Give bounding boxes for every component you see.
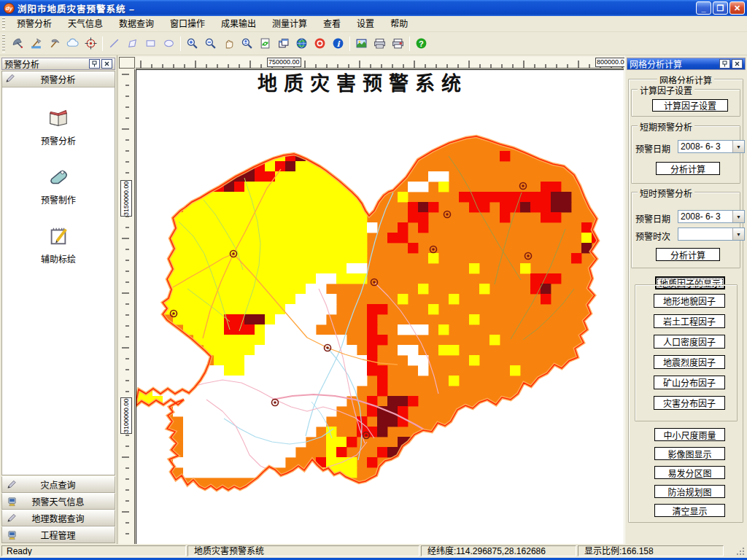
bottom-bar-预警天气信息[interactable]: 预警天气信息 xyxy=(1,493,115,510)
rectangle-toolbar-button[interactable] xyxy=(142,35,160,52)
sidebar-item-辅助标绘[interactable]: 辅助标绘 xyxy=(2,225,115,265)
menu-item-0[interactable]: 预警分析 xyxy=(9,16,60,32)
menu-item-5[interactable]: 测量计算 xyxy=(264,16,315,32)
factor-button-0[interactable]: 地形地貌因子 xyxy=(654,294,725,308)
extra-button-0[interactable]: 中小尺度雨量 xyxy=(654,428,725,441)
h-ruler-label: 750000.00 xyxy=(267,58,301,67)
menu-item-3[interactable]: 窗口操作 xyxy=(162,16,213,32)
status-system-name: 地质灾害预警系统 xyxy=(187,545,419,556)
help-toolbar-button[interactable]: ? xyxy=(412,35,430,52)
line-toolbar-button[interactable] xyxy=(105,35,123,52)
bottom-bar-label: 灾点查询 xyxy=(18,478,98,491)
info-toolbar-button[interactable]: i xyxy=(329,35,347,52)
axe-toolbar-button[interactable] xyxy=(27,35,45,52)
cascade-toolbar-button[interactable] xyxy=(274,35,293,52)
status-bar: Ready 地质灾害预警系统 经纬度:114.296875,28.162686 … xyxy=(0,544,747,558)
status-coordinates: 经纬度:114.296875,28.162686 xyxy=(421,545,576,556)
close-icon[interactable] xyxy=(732,59,743,69)
restore-button[interactable]: ❐ xyxy=(713,1,728,15)
extra-button-4[interactable]: 清空显示 xyxy=(654,504,725,517)
bottom-bar-工程管理[interactable]: 工程管理 xyxy=(1,526,115,543)
factor-button-1[interactable]: 岩土工程因子 xyxy=(654,314,725,328)
factor-button-2[interactable]: 人口密度因子 xyxy=(654,335,725,349)
tool-icon xyxy=(47,166,69,187)
zoom-in-toolbar-button[interactable] xyxy=(183,35,201,52)
cloud-toolbar-button[interactable] xyxy=(63,35,82,52)
pan-toolbar-button[interactable] xyxy=(220,35,238,52)
zoom-in xyxy=(186,37,198,50)
resize-grip[interactable] xyxy=(735,546,746,556)
ruler-corner xyxy=(119,57,135,69)
ellipse-toolbar-button[interactable] xyxy=(160,35,178,52)
pick-toolbar-button[interactable] xyxy=(45,35,63,52)
globe-toolbar-button[interactable] xyxy=(293,35,311,52)
short-time-analyze-button[interactable]: 分析计算 xyxy=(656,248,720,261)
bottom-bar-灾点查询[interactable]: 灾点查询 xyxy=(1,476,115,493)
extra-button-2[interactable]: 易发分区图 xyxy=(654,466,725,479)
pin-icon[interactable] xyxy=(719,59,730,69)
bottom-bar-地理数据查询[interactable]: 地理数据查询 xyxy=(1,510,115,526)
ellipse xyxy=(163,37,175,50)
short-time-date-combobox[interactable]: 2008- 6- 3 ▼ xyxy=(678,210,745,223)
refresh-toolbar-button[interactable] xyxy=(256,35,274,52)
globe xyxy=(295,37,308,50)
menu-item-7[interactable]: 设置 xyxy=(349,16,382,32)
factor-setting-legend: 计算因子设置 xyxy=(638,84,694,96)
status-ready: Ready xyxy=(1,545,186,556)
short-time-date-value: 2008- 6- 3 xyxy=(678,211,732,222)
print-setup xyxy=(392,37,404,50)
short-time-date-label: 预警日期 xyxy=(635,212,670,225)
axe xyxy=(30,37,42,50)
left-panel-body: 预警分析 预警分析预警制作辅助标绘 xyxy=(1,71,115,475)
short-term-date-combobox[interactable]: 2008- 6- 3 ▼ xyxy=(678,140,745,153)
menu-item-1[interactable]: 天气信息 xyxy=(60,16,111,32)
menu-item-8[interactable]: 帮助 xyxy=(382,16,416,32)
menu-item-2[interactable]: 数据查询 xyxy=(111,16,162,32)
factor-button-3[interactable]: 地震烈度因子 xyxy=(654,355,725,369)
locate-toolbar-button[interactable] xyxy=(82,35,100,52)
brush-icon xyxy=(7,479,18,490)
short-time-hour-combobox[interactable]: ▼ xyxy=(678,228,745,241)
factor-button-4[interactable]: 矿山分布因子 xyxy=(654,376,725,389)
sidebar-item-label: 预警制作 xyxy=(2,193,115,206)
toolbar: i? xyxy=(0,32,747,55)
chevron-down-icon[interactable]: ▼ xyxy=(732,228,744,240)
polygon-toolbar-button[interactable] xyxy=(123,35,142,52)
window-title: 浏阳市地质灾害预警系统 – xyxy=(18,1,135,15)
toolbar-grip[interactable] xyxy=(2,34,5,52)
dish xyxy=(12,37,24,50)
stop-toolbar-button[interactable] xyxy=(311,35,329,52)
short-term-date-value: 2008- 6- 3 xyxy=(678,141,732,152)
close-icon[interactable] xyxy=(101,59,112,69)
sidebar-item-预警制作[interactable]: 预警制作 xyxy=(2,166,115,206)
extra-button-3[interactable]: 防治规划图 xyxy=(654,485,725,498)
chevron-down-icon[interactable]: ▼ xyxy=(732,211,744,222)
map-canvas[interactable]: 地质灾害预警系统 xyxy=(136,69,624,544)
sidebar-item-预警分析[interactable]: 预警分析 xyxy=(2,106,115,147)
hazard-map[interactable]: 地质灾害预警系统 xyxy=(136,70,624,545)
print-toolbar-button[interactable] xyxy=(371,35,389,52)
right-panel-caption: 网格分析计算 xyxy=(627,58,746,70)
menu-item-6[interactable]: 查看 xyxy=(315,16,349,32)
chevron-down-icon[interactable]: ▼ xyxy=(732,141,744,152)
short-term-analyze-button[interactable]: 分析计算 xyxy=(656,162,720,175)
close-button[interactable]: ✕ xyxy=(729,1,745,15)
menu-item-4[interactable]: 成果输出 xyxy=(213,16,264,32)
ruler-ticks xyxy=(136,57,624,69)
refresh xyxy=(259,37,271,50)
minimize-button[interactable]: _ xyxy=(696,1,711,15)
factor-setting-button[interactable]: 计算因子设置 xyxy=(652,99,728,112)
menu-grip[interactable] xyxy=(2,18,5,30)
dish-toolbar-button[interactable] xyxy=(9,35,27,52)
pick xyxy=(48,37,61,50)
factor-button-5[interactable]: 灾害分布因子 xyxy=(654,396,725,410)
left-panel-header[interactable]: 预警分析 xyxy=(2,71,115,88)
pin-icon[interactable] xyxy=(89,59,100,69)
zoom-select-toolbar-button[interactable] xyxy=(238,35,256,52)
zoom-out-toolbar-button[interactable] xyxy=(201,35,220,52)
print-setup-toolbar-button[interactable] xyxy=(389,35,407,52)
toolbar-separator xyxy=(180,36,181,51)
left-panel: 预警分析 预警分析 预警分析预警制作辅助标绘 灾点查询预警天气信息地理数据查询工… xyxy=(0,55,117,544)
extra-button-1[interactable]: 影像图显示 xyxy=(654,447,725,460)
image-toolbar-button[interactable] xyxy=(352,35,371,52)
